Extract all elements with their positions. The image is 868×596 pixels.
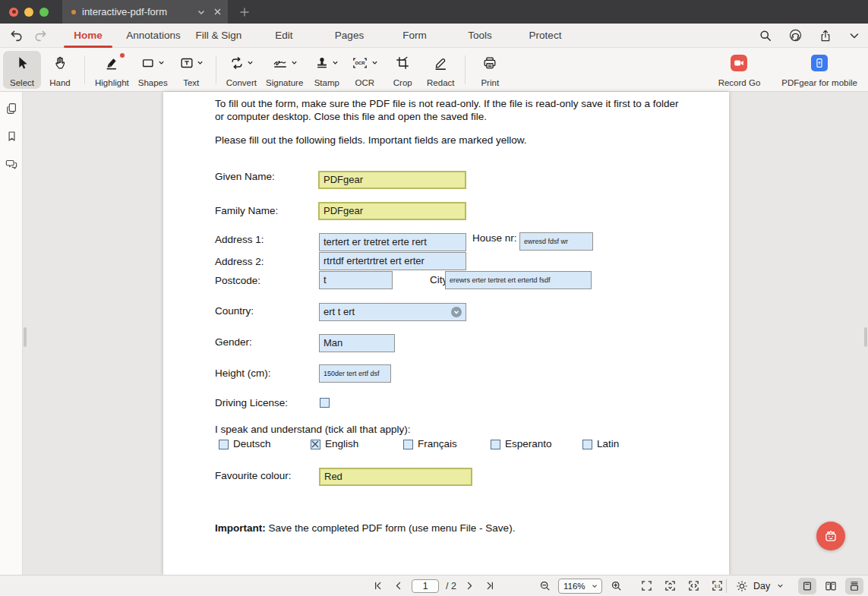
zoom-window-button[interactable]: [39, 8, 49, 17]
fit-height-icon[interactable]: [663, 579, 677, 593]
tab-fill-sign[interactable]: Fill & Sign: [186, 24, 251, 48]
redact-tool-button[interactable]: Redact: [421, 51, 459, 89]
gender-field[interactable]: Man: [319, 334, 395, 352]
language-checkbox-english[interactable]: [311, 440, 320, 449]
share-icon[interactable]: [819, 29, 832, 43]
new-tab-button[interactable]: [238, 6, 251, 18]
shapes-tool-button[interactable]: Shapes: [134, 51, 172, 89]
toolbar-separator: [465, 55, 466, 84]
next-page-button[interactable]: [463, 579, 477, 593]
postcode-field[interactable]: t: [319, 271, 393, 289]
minimize-window-button[interactable]: [24, 8, 33, 17]
address1-field[interactable]: tertert er tretret erte rert: [319, 233, 466, 251]
tab-pages[interactable]: Pages: [317, 24, 382, 48]
address2-field[interactable]: rtrtdf ertertrtret ert erter: [319, 252, 466, 270]
house-nr-field[interactable]: ewresd fdsf wr: [519, 232, 593, 251]
city-field[interactable]: erewrs erter tertret ert ertertd fsdf: [445, 271, 592, 289]
hand-tool-button[interactable]: Hand: [41, 51, 79, 89]
bookmarks-icon[interactable]: [4, 128, 19, 143]
first-page-button[interactable]: [371, 579, 384, 593]
highlighter-icon: [104, 55, 119, 71]
page-number-input[interactable]: [412, 579, 439, 593]
tab-close-icon[interactable]: [213, 8, 222, 16]
window-controls: [9, 8, 49, 17]
tab-annotations[interactable]: Annotations: [121, 24, 186, 48]
language-checkbox-esperanto[interactable]: [491, 440, 500, 449]
important-note-text: Save the completed PDF form (use menu Fi…: [266, 522, 516, 534]
family-name-field[interactable]: PDFgear: [318, 202, 466, 220]
fit-width-icon[interactable]: [687, 579, 700, 593]
ribbon-tab-bar: Home Annotations Fill & Sign Edit Pages …: [0, 24, 868, 48]
stamp-tool-button[interactable]: Stamp: [308, 51, 346, 89]
important-note-label: Important:: [215, 522, 266, 534]
right-panel-resize-handle[interactable]: [864, 327, 867, 347]
driving-license-checkbox[interactable]: [320, 398, 330, 408]
page-thumbnails-icon[interactable]: [4, 101, 19, 116]
tab-chevron-down-icon[interactable]: [197, 8, 206, 17]
driving-license-label: Driving License:: [215, 397, 288, 408]
convert-arrows-icon: [229, 55, 245, 71]
two-page-view-button[interactable]: [822, 578, 840, 594]
printer-icon: [482, 55, 497, 71]
height-field[interactable]: 150der tert ertf dsf: [319, 364, 391, 383]
continuous-scroll-view-button[interactable]: [845, 578, 863, 594]
zoom-out-icon[interactable]: [538, 579, 551, 593]
favourite-colour-label: Favourite colour:: [215, 470, 292, 481]
comments-icon[interactable]: [4, 156, 19, 172]
single-page-view-button[interactable]: [798, 578, 816, 594]
given-name-label: Given Name:: [215, 171, 275, 182]
pdfgear-for-mobile-button[interactable]: PDFgear for mobile: [777, 51, 862, 89]
language-checkbox-latin[interactable]: [582, 440, 592, 449]
pdf-page: To fill out the form, make sure the PDF …: [163, 92, 729, 575]
day-mode-chevron-icon[interactable]: [775, 579, 785, 593]
country-label: Country:: [215, 305, 254, 317]
country-dropdown-chevron-icon[interactable]: [451, 307, 462, 317]
chevron-down-icon: [197, 59, 204, 66]
previous-page-button[interactable]: [391, 579, 405, 593]
zoom-in-icon[interactable]: [609, 579, 623, 593]
height-label: Height (cm):: [215, 367, 271, 379]
undo-button[interactable]: [8, 27, 24, 44]
favourite-colour-field[interactable]: Red: [319, 468, 472, 486]
ai-assistant-button[interactable]: [816, 522, 845, 550]
crop-tool-button[interactable]: Crop: [383, 51, 421, 89]
zoom-level-select[interactable]: 116%: [558, 579, 602, 594]
signature-tool-button[interactable]: Signature: [261, 51, 308, 89]
highlight-tool-button[interactable]: Highlight: [90, 51, 134, 89]
signature-icon: [272, 55, 289, 71]
stamp-icon: [314, 55, 330, 71]
checkbox-checked-icon: [311, 440, 319, 448]
search-icon[interactable]: [759, 29, 772, 43]
chevron-down-icon: [591, 582, 598, 590]
collapse-ribbon-chevron-icon[interactable]: [848, 30, 860, 42]
country-dropdown[interactable]: ert t ert: [319, 303, 466, 321]
select-tool-button[interactable]: Select: [3, 51, 41, 89]
statusbar-separator: [726, 579, 727, 593]
ocr-tool-button[interactable]: OCR OCR: [346, 51, 383, 89]
robot-icon: [821, 526, 841, 546]
record-go-button[interactable]: Record Go: [714, 51, 765, 89]
convert-tool-button[interactable]: Convert: [222, 51, 261, 89]
document-tab[interactable]: interactive-pdf-form: [62, 0, 228, 24]
given-name-field[interactable]: PDFgear: [318, 171, 466, 189]
unsaved-dot-icon: [71, 10, 76, 14]
notification-dot-icon: [120, 53, 125, 58]
language-checkbox-deutsch[interactable]: [219, 440, 229, 449]
text-tool-button[interactable]: Text: [172, 51, 210, 89]
language-label-latin: Latin: [597, 438, 619, 449]
tab-form[interactable]: Form: [382, 24, 447, 48]
fit-page-icon[interactable]: [639, 579, 653, 593]
last-page-button[interactable]: [484, 579, 497, 593]
close-window-button[interactable]: [9, 8, 18, 17]
tab-protect[interactable]: Protect: [513, 24, 578, 48]
tab-tools[interactable]: Tools: [447, 24, 513, 48]
crop-icon: [395, 55, 410, 71]
tab-home[interactable]: Home: [55, 24, 121, 48]
tab-edit[interactable]: Edit: [251, 24, 317, 48]
left-panel-resize-handle[interactable]: [24, 327, 27, 347]
redo-button[interactable]: [32, 27, 49, 44]
support-icon[interactable]: [788, 28, 803, 43]
actual-size-icon[interactable]: 1:1: [710, 579, 724, 593]
print-button[interactable]: Print: [471, 51, 509, 89]
language-checkbox-francais[interactable]: [403, 440, 413, 449]
